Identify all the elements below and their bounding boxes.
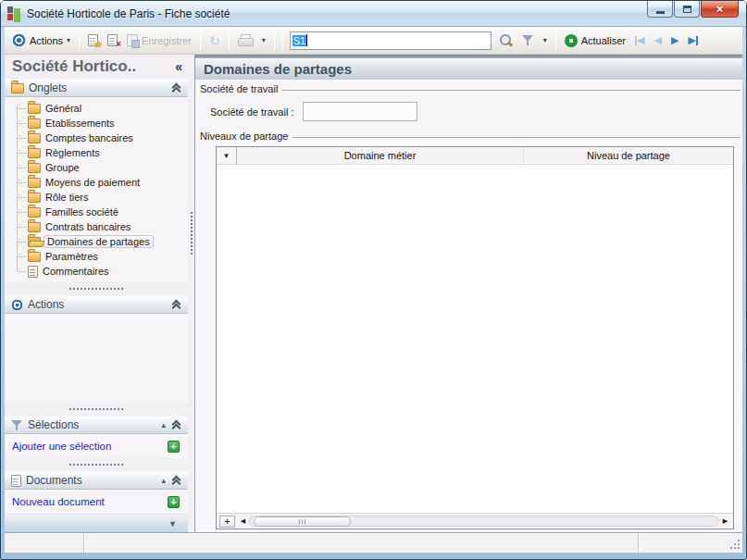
page-title: Domaines de partages bbox=[195, 58, 742, 80]
folder-icon bbox=[28, 178, 41, 188]
toolbar-separator bbox=[555, 31, 556, 50]
folder-open-icon bbox=[28, 237, 41, 247]
sidebar-item-reglements[interactable]: Règlements bbox=[10, 145, 188, 160]
documents-section-body: Nouveau document + bbox=[5, 490, 188, 514]
sidebar-title-bar: Société Hortico.. « bbox=[5, 55, 188, 79]
scroll-right-button[interactable]: ▶ bbox=[720, 517, 730, 525]
status-panel-2 bbox=[84, 534, 639, 553]
print-options-button[interactable]: ▾ bbox=[258, 35, 269, 46]
folder-icon bbox=[28, 222, 41, 232]
tabs-tree: Général Etablissements Comptes bancaires… bbox=[5, 97, 188, 282]
sidebar-splitter[interactable] bbox=[5, 282, 188, 295]
refresh-icon: ↻ bbox=[209, 34, 220, 47]
nav-last-button[interactable]: ▶ bbox=[684, 33, 701, 47]
toolbar-separator bbox=[274, 31, 275, 50]
sidebar-title: Société Hortico.. bbox=[12, 57, 136, 76]
sidebar-item-groupe[interactable]: Groupe bbox=[10, 160, 188, 175]
new-document-plus-button[interactable]: + bbox=[168, 496, 180, 508]
groupbox-label: Société de travail bbox=[200, 83, 278, 94]
chevron-down-icon: ▾ bbox=[262, 37, 266, 44]
nav-first-button[interactable]: ◀ bbox=[631, 33, 648, 47]
filter-options-button[interactable]: ▾ bbox=[540, 35, 551, 46]
sidebar: Société Hortico.. « Onglets Général Etab… bbox=[5, 55, 188, 532]
main-toolbar: Actions ▾ ★ × Enregistrer ↻ ▾ S1 bbox=[5, 27, 742, 55]
section-header-actions[interactable]: Actions bbox=[5, 295, 188, 314]
app-window: Société Horticole de Paris - Fiche socié… bbox=[0, 0, 747, 560]
sidebar-main-splitter[interactable] bbox=[188, 55, 194, 532]
save-button[interactable]: Enregistrer bbox=[123, 32, 195, 48]
new-document-link[interactable]: Nouveau document bbox=[12, 496, 105, 507]
section-header-selections[interactable]: Sélections ▴ bbox=[5, 416, 188, 434]
minimize-button[interactable] bbox=[647, 1, 673, 18]
star-icon: ★ bbox=[94, 41, 102, 49]
sidebar-collapse-icon[interactable]: « bbox=[175, 59, 182, 74]
resize-grip[interactable] bbox=[738, 547, 740, 549]
nav-previous-button[interactable]: ◀ bbox=[650, 33, 665, 47]
maximize-button[interactable] bbox=[674, 1, 700, 18]
section-header-onglets[interactable]: Onglets bbox=[5, 79, 188, 97]
collapse-single-icon[interactable]: ▴ bbox=[161, 421, 166, 429]
app-logo-icon bbox=[7, 6, 21, 20]
collapse-section-icon[interactable] bbox=[172, 300, 181, 309]
refresh-green-icon bbox=[565, 34, 578, 47]
folder-icon bbox=[28, 148, 41, 158]
collapse-section-icon[interactable] bbox=[172, 476, 181, 485]
chevron-down-icon: ▾ bbox=[543, 37, 547, 44]
title-bar: Société Horticole de Paris - Fiche socié… bbox=[1, 1, 746, 27]
sidebar-item-parametres[interactable]: Paramètres bbox=[10, 249, 188, 264]
add-selection-link[interactable]: Ajouter une sélection bbox=[12, 441, 111, 452]
documents-section-label: Documents bbox=[26, 474, 82, 487]
close-button[interactable]: × bbox=[701, 1, 739, 18]
sidebar-item-general[interactable]: Général bbox=[10, 101, 188, 116]
sidebar-item-etablissements[interactable]: Etablissements bbox=[10, 116, 188, 131]
grid-body[interactable] bbox=[217, 165, 733, 513]
column-header-niveau-de-partage[interactable]: Niveau de partage bbox=[524, 147, 733, 164]
search-button[interactable] bbox=[495, 31, 517, 49]
horizontal-scrollbar: ◀ ▶ bbox=[238, 516, 730, 528]
actions-menu-button[interactable]: Actions ▾ bbox=[8, 31, 74, 49]
refresh-button[interactable]: Actualiser bbox=[561, 32, 629, 49]
collapse-section-icon[interactable] bbox=[172, 420, 181, 429]
refresh-data-button[interactable]: ↻ bbox=[205, 32, 224, 49]
section-header-documents[interactable]: Documents ▴ bbox=[5, 471, 188, 490]
sidebar-item-domaines-de-partages[interactable]: Domaines de partages bbox=[10, 234, 188, 249]
societe-travail-field-row: Société de travail : bbox=[210, 102, 742, 121]
sidebar-item-role-tiers[interactable]: Rôle tiers bbox=[10, 190, 188, 205]
sidebar-item-commentaires[interactable]: Commentaires bbox=[10, 264, 188, 279]
groupbox-line bbox=[282, 90, 741, 91]
folder-icon bbox=[28, 207, 41, 218]
sidebar-splitter[interactable] bbox=[5, 458, 188, 471]
add-row-button[interactable]: + bbox=[219, 516, 235, 528]
sidebar-item-contrats-bancaires[interactable]: Contrats bancaires bbox=[10, 219, 188, 234]
actions-section-label: Actions bbox=[28, 298, 64, 311]
printer-icon bbox=[238, 34, 253, 46]
grid-indicator-dropdown[interactable]: ▼ bbox=[217, 147, 237, 164]
print-button[interactable] bbox=[234, 32, 256, 48]
selections-section-label: Sélections bbox=[28, 418, 79, 431]
nav-next-button[interactable]: ▶ bbox=[667, 33, 682, 47]
search-input[interactable]: S1 bbox=[290, 31, 492, 50]
sidebar-item-moyens-de-paiement[interactable]: Moyens de paiement bbox=[10, 175, 188, 190]
footer-chevron-down-icon[interactable]: ▼ bbox=[168, 519, 177, 529]
refresh-label: Actualiser bbox=[581, 35, 626, 46]
chevron-down-icon: ▾ bbox=[67, 37, 70, 44]
new-record-button[interactable]: ★ bbox=[84, 32, 102, 48]
column-header-domaine-metier[interactable]: Domaine métier bbox=[237, 147, 524, 164]
sidebar-footer: ▼ bbox=[5, 514, 188, 532]
toolbar-separator bbox=[79, 31, 80, 50]
add-selection-plus-button[interactable]: + bbox=[168, 441, 180, 453]
sidebar-item-familles-societe[interactable]: Familles société bbox=[10, 205, 188, 219]
collapse-single-icon[interactable]: ▴ bbox=[161, 477, 166, 485]
nav-previous-icon: ◀ bbox=[654, 35, 661, 45]
scrollbar-track[interactable] bbox=[249, 516, 719, 527]
scrollbar-thumb[interactable] bbox=[254, 516, 351, 527]
societe-travail-input[interactable] bbox=[303, 102, 417, 121]
sidebar-splitter[interactable] bbox=[5, 403, 188, 416]
filter-button[interactable] bbox=[518, 32, 538, 48]
delete-record-button[interactable]: × bbox=[104, 32, 121, 48]
search-icon bbox=[499, 33, 513, 47]
document-icon bbox=[11, 475, 21, 487]
collapse-section-icon[interactable] bbox=[172, 83, 181, 93]
sidebar-item-comptes-bancaires[interactable]: Comptes bancaires bbox=[10, 131, 188, 145]
scroll-left-button[interactable]: ◀ bbox=[238, 517, 248, 525]
